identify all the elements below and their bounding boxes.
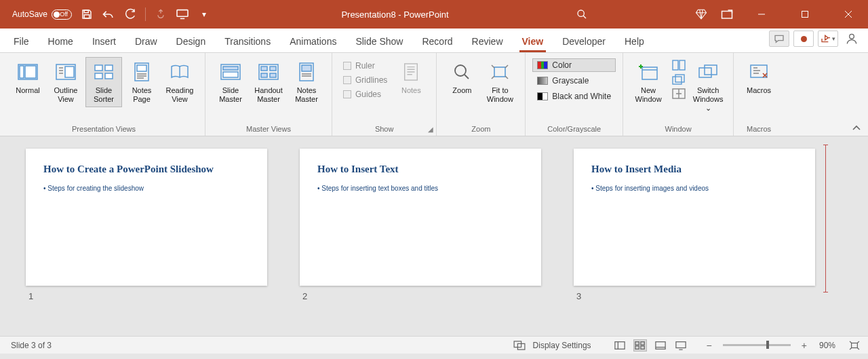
slide-bullet: Steps for creating the slideshow [43,185,250,192]
share-button[interactable]: ▾ [818,31,838,47]
zoom-in-icon[interactable]: + [802,340,807,351]
group-label: Presentation Views [9,124,198,134]
outline-view-button[interactable]: Outline View [47,57,84,107]
tab-animations[interactable]: Animations [280,36,346,52]
record-button[interactable] [793,31,814,47]
zoom-percent[interactable]: 90% [819,341,835,350]
tab-home[interactable]: Home [39,36,83,52]
svg-rect-1 [84,15,90,18]
qat-more-icon[interactable]: ▾ [197,7,211,21]
autosave-toggle[interactable]: AutoSave Off [12,10,72,20]
tab-help[interactable]: Help [615,36,654,52]
zoom-out-icon[interactable]: − [707,340,712,351]
tab-developer[interactable]: Developer [553,36,615,52]
cascade-icon[interactable] [671,73,687,86]
tab-record[interactable]: Record [412,36,462,52]
color-button[interactable]: Color [532,58,616,72]
undo-icon[interactable] [102,7,115,21]
svg-rect-31 [642,67,657,79]
redo-icon[interactable] [123,7,137,21]
from-beginning-icon[interactable] [176,7,189,21]
slideshow-view-icon[interactable] [674,339,688,352]
slide-thumbnail[interactable]: How to Insert Text Steps for inserting t… [300,149,541,329]
gridlines-checkbox[interactable]: Gridlines [339,74,391,86]
fit-window-button[interactable]: Fit to Window [481,57,518,107]
handout-master-button[interactable]: Handout Master [250,57,287,107]
svg-rect-35 [675,75,684,82]
new-window-button[interactable]: New Window [630,57,667,107]
slide-sorter-area[interactable]: How to Create a PowerPoint Slideshow Ste… [0,136,868,336]
arrange-all-icon[interactable] [671,58,687,72]
svg-rect-32 [673,60,678,70]
minimize-button[interactable] [746,0,777,29]
reading-view-icon[interactable] [654,339,667,352]
tab-design[interactable]: Design [167,36,216,52]
tab-transitions[interactable]: Transitions [215,36,280,52]
tab-view[interactable]: View [513,36,553,52]
zoom-button[interactable]: Zoom [443,57,480,98]
maximize-button[interactable] [789,0,821,29]
display-settings-label[interactable]: Display Settings [533,341,591,350]
fit-to-window-icon[interactable] [848,339,861,352]
tab-slideshow[interactable]: Slide Show [346,36,412,52]
window-title: Presentation8 - PowerPoint [215,10,575,20]
slide-master-button[interactable]: Slide Master [212,57,249,107]
slide-counter: Slide 3 of 3 [11,341,52,350]
black-white-button[interactable]: Black and White [532,90,616,103]
macros-button[interactable]: Macros [741,57,777,98]
svg-rect-20 [223,72,238,77]
svg-rect-4 [722,12,732,19]
svg-point-3 [578,10,584,16]
slide-sorter-button[interactable]: Slide Sorter [85,57,122,107]
slide-title: How to Insert Text [317,164,524,175]
guides-checkbox[interactable]: Guides [339,88,391,100]
normal-view-icon[interactable] [613,339,627,352]
normal-view-button[interactable]: Normal [9,57,46,98]
ribbon-tabs: File Home Insert Draw Design Transitions… [0,29,868,53]
svg-point-29 [455,65,466,76]
switch-windows-button[interactable]: Switch Windows ⌄ [690,57,726,116]
label: Zoom [452,86,471,94]
svg-rect-9 [25,66,36,78]
svg-rect-25 [270,73,276,77]
zoom-slider[interactable] [723,344,791,346]
notes-button[interactable]: Notes [393,57,429,98]
slide-thumbnail[interactable]: How to Create a PowerPoint Slideshow Ste… [26,149,267,329]
svg-rect-13 [105,65,113,71]
dialog-launcher-icon[interactable]: ◢ [428,126,433,133]
svg-rect-19 [223,67,238,70]
move-split-icon[interactable] [671,87,687,100]
close-button[interactable] [833,0,864,29]
svg-rect-44 [640,341,644,344]
grayscale-button[interactable]: Grayscale [532,74,616,88]
toggle-switch[interactable]: Off [52,10,72,20]
sorter-view-icon[interactable] [633,339,647,352]
svg-rect-0 [84,10,88,13]
comments-button[interactable] [769,31,789,47]
display-settings-icon[interactable] [513,339,526,352]
ribbon-display-icon[interactable] [720,7,734,21]
save-icon[interactable] [80,7,94,21]
label: Notes Page [132,86,152,103]
group-label: Master Views [212,124,325,134]
group-label: Window [630,124,726,134]
diamond-icon[interactable] [694,7,708,21]
group-label: Color/Grayscale [532,124,616,134]
svg-rect-24 [261,73,267,77]
notes-master-button[interactable]: Notes Master [288,57,325,107]
reading-view-button[interactable]: Reading View [161,57,198,107]
svg-rect-5 [802,12,808,18]
account-icon[interactable] [842,32,861,45]
touch-mode-icon[interactable] [154,7,167,21]
tab-insert[interactable]: Insert [83,36,125,52]
tab-draw[interactable]: Draw [125,36,167,52]
collapse-ribbon-icon[interactable] [852,125,861,132]
slide-thumbnail[interactable]: How to Insert Media Steps for inserting … [574,149,815,329]
slide-number: 2 [300,291,541,301]
search-icon[interactable] [575,7,589,21]
group-macros: Macros Macros [734,53,784,136]
tab-file[interactable]: File [0,36,39,52]
tab-review[interactable]: Review [462,36,513,52]
ruler-checkbox[interactable]: Ruler [339,60,391,72]
notes-page-button[interactable]: Notes Page [123,57,160,107]
